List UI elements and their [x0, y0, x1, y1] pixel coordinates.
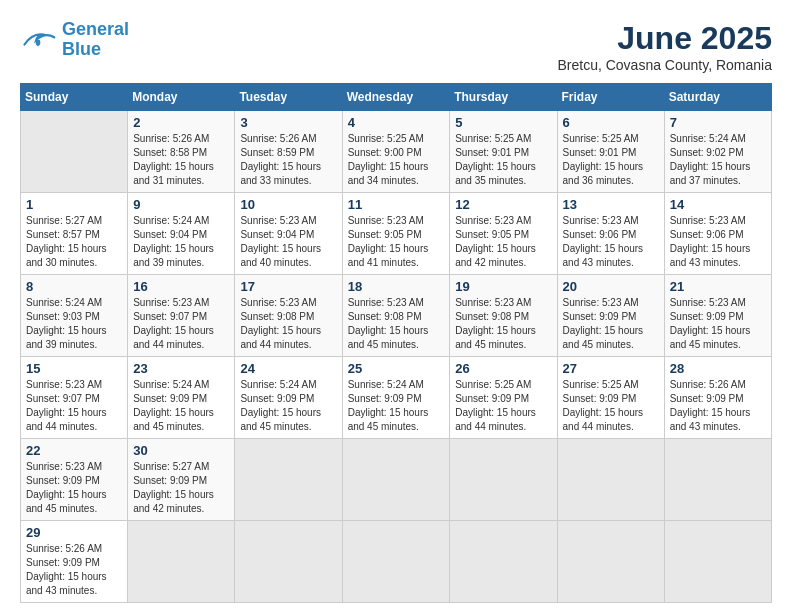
- day-number: 24: [240, 361, 336, 376]
- day-info: Sunrise: 5:27 AMSunset: 8:57 PMDaylight:…: [26, 215, 107, 268]
- table-row: [557, 439, 664, 521]
- header-saturday: Saturday: [664, 84, 771, 111]
- table-row: 23 Sunrise: 5:24 AMSunset: 9:09 PMDaylig…: [128, 357, 235, 439]
- day-info: Sunrise: 5:23 AMSunset: 9:04 PMDaylight:…: [240, 215, 321, 268]
- day-info: Sunrise: 5:23 AMSunset: 9:05 PMDaylight:…: [455, 215, 536, 268]
- day-number: 22: [26, 443, 122, 458]
- header-friday: Friday: [557, 84, 664, 111]
- day-number: 13: [563, 197, 659, 212]
- header-wednesday: Wednesday: [342, 84, 450, 111]
- day-number: 21: [670, 279, 766, 294]
- day-info: Sunrise: 5:23 AMSunset: 9:09 PMDaylight:…: [26, 461, 107, 514]
- calendar-row: 22 Sunrise: 5:23 AMSunset: 9:09 PMDaylig…: [21, 439, 772, 521]
- table-row: 25 Sunrise: 5:24 AMSunset: 9:09 PMDaylig…: [342, 357, 450, 439]
- logo-bird-icon: [20, 26, 56, 54]
- table-row: [342, 521, 450, 603]
- day-number: 5: [455, 115, 551, 130]
- header-sunday: Sunday: [21, 84, 128, 111]
- calendar-table: Sunday Monday Tuesday Wednesday Thursday…: [20, 83, 772, 603]
- logo-line1: General: [62, 19, 129, 39]
- table-row: 8 Sunrise: 5:24 AMSunset: 9:03 PMDayligh…: [21, 275, 128, 357]
- table-row: 12 Sunrise: 5:23 AMSunset: 9:05 PMDaylig…: [450, 193, 557, 275]
- day-number: 16: [133, 279, 229, 294]
- day-number: 23: [133, 361, 229, 376]
- table-row: [342, 439, 450, 521]
- table-row: 5 Sunrise: 5:25 AMSunset: 9:01 PMDayligh…: [450, 111, 557, 193]
- table-row: 22 Sunrise: 5:23 AMSunset: 9:09 PMDaylig…: [21, 439, 128, 521]
- table-row: [450, 439, 557, 521]
- day-number: 25: [348, 361, 445, 376]
- day-info: Sunrise: 5:23 AMSunset: 9:06 PMDaylight:…: [670, 215, 751, 268]
- day-number: 19: [455, 279, 551, 294]
- day-number: 30: [133, 443, 229, 458]
- day-info: Sunrise: 5:26 AMSunset: 9:09 PMDaylight:…: [26, 543, 107, 596]
- table-row: [128, 521, 235, 603]
- day-number: 11: [348, 197, 445, 212]
- table-row: [664, 521, 771, 603]
- table-row: [450, 521, 557, 603]
- title-section: June 2025 Bretcu, Covasna County, Romani…: [557, 20, 772, 73]
- table-row: 21 Sunrise: 5:23 AMSunset: 9:09 PMDaylig…: [664, 275, 771, 357]
- day-number: 9: [133, 197, 229, 212]
- logo-text: General Blue: [62, 20, 129, 60]
- table-row: 4 Sunrise: 5:25 AMSunset: 9:00 PMDayligh…: [342, 111, 450, 193]
- table-row: 13 Sunrise: 5:23 AMSunset: 9:06 PMDaylig…: [557, 193, 664, 275]
- day-number: 4: [348, 115, 445, 130]
- calendar-row: 29 Sunrise: 5:26 AMSunset: 9:09 PMDaylig…: [21, 521, 772, 603]
- table-row: 24 Sunrise: 5:24 AMSunset: 9:09 PMDaylig…: [235, 357, 342, 439]
- table-row: [664, 439, 771, 521]
- day-number: 3: [240, 115, 336, 130]
- table-row: 7 Sunrise: 5:24 AMSunset: 9:02 PMDayligh…: [664, 111, 771, 193]
- day-number: 8: [26, 279, 122, 294]
- day-info: Sunrise: 5:26 AMSunset: 8:59 PMDaylight:…: [240, 133, 321, 186]
- table-row: 19 Sunrise: 5:23 AMSunset: 9:08 PMDaylig…: [450, 275, 557, 357]
- day-info: Sunrise: 5:24 AMSunset: 9:09 PMDaylight:…: [348, 379, 429, 432]
- day-info: Sunrise: 5:23 AMSunset: 9:08 PMDaylight:…: [348, 297, 429, 350]
- calendar-row: 1 Sunrise: 5:27 AMSunset: 8:57 PMDayligh…: [21, 193, 772, 275]
- logo: General Blue: [20, 20, 129, 60]
- day-info: Sunrise: 5:27 AMSunset: 9:09 PMDaylight:…: [133, 461, 214, 514]
- day-number: 6: [563, 115, 659, 130]
- table-row: 2 Sunrise: 5:26 AMSunset: 8:58 PMDayligh…: [128, 111, 235, 193]
- header-tuesday: Tuesday: [235, 84, 342, 111]
- table-row: 27 Sunrise: 5:25 AMSunset: 9:09 PMDaylig…: [557, 357, 664, 439]
- day-info: Sunrise: 5:25 AMSunset: 9:01 PMDaylight:…: [455, 133, 536, 186]
- table-row: [557, 521, 664, 603]
- calendar-row: 15 Sunrise: 5:23 AMSunset: 9:07 PMDaylig…: [21, 357, 772, 439]
- day-info: Sunrise: 5:24 AMSunset: 9:09 PMDaylight:…: [240, 379, 321, 432]
- day-info: Sunrise: 5:24 AMSunset: 9:02 PMDaylight:…: [670, 133, 751, 186]
- day-number: 27: [563, 361, 659, 376]
- calendar-header-row: Sunday Monday Tuesday Wednesday Thursday…: [21, 84, 772, 111]
- calendar-row: 8 Sunrise: 5:24 AMSunset: 9:03 PMDayligh…: [21, 275, 772, 357]
- header-monday: Monday: [128, 84, 235, 111]
- day-info: Sunrise: 5:25 AMSunset: 9:09 PMDaylight:…: [563, 379, 644, 432]
- table-row: [235, 521, 342, 603]
- day-info: Sunrise: 5:25 AMSunset: 9:00 PMDaylight:…: [348, 133, 429, 186]
- day-info: Sunrise: 5:23 AMSunset: 9:08 PMDaylight:…: [455, 297, 536, 350]
- day-info: Sunrise: 5:23 AMSunset: 9:07 PMDaylight:…: [26, 379, 107, 432]
- table-row: [235, 439, 342, 521]
- day-number: 17: [240, 279, 336, 294]
- day-info: Sunrise: 5:23 AMSunset: 9:08 PMDaylight:…: [240, 297, 321, 350]
- day-info: Sunrise: 5:24 AMSunset: 9:04 PMDaylight:…: [133, 215, 214, 268]
- day-info: Sunrise: 5:23 AMSunset: 9:06 PMDaylight:…: [563, 215, 644, 268]
- day-info: Sunrise: 5:24 AMSunset: 9:03 PMDaylight:…: [26, 297, 107, 350]
- day-info: Sunrise: 5:25 AMSunset: 9:09 PMDaylight:…: [455, 379, 536, 432]
- table-row: 26 Sunrise: 5:25 AMSunset: 9:09 PMDaylig…: [450, 357, 557, 439]
- day-number: 1: [26, 197, 122, 212]
- location-title: Bretcu, Covasna County, Romania: [557, 57, 772, 73]
- table-row: 28 Sunrise: 5:26 AMSunset: 9:09 PMDaylig…: [664, 357, 771, 439]
- table-row: 3 Sunrise: 5:26 AMSunset: 8:59 PMDayligh…: [235, 111, 342, 193]
- day-number: 15: [26, 361, 122, 376]
- table-row: 1 Sunrise: 5:27 AMSunset: 8:57 PMDayligh…: [21, 193, 128, 275]
- day-number: 7: [670, 115, 766, 130]
- calendar-row: 2 Sunrise: 5:26 AMSunset: 8:58 PMDayligh…: [21, 111, 772, 193]
- table-row: 16 Sunrise: 5:23 AMSunset: 9:07 PMDaylig…: [128, 275, 235, 357]
- day-number: 26: [455, 361, 551, 376]
- table-row: 9 Sunrise: 5:24 AMSunset: 9:04 PMDayligh…: [128, 193, 235, 275]
- month-title: June 2025: [557, 20, 772, 57]
- page-header: General Blue June 2025 Bretcu, Covasna C…: [20, 20, 772, 73]
- header-thursday: Thursday: [450, 84, 557, 111]
- day-info: Sunrise: 5:23 AMSunset: 9:07 PMDaylight:…: [133, 297, 214, 350]
- day-info: Sunrise: 5:25 AMSunset: 9:01 PMDaylight:…: [563, 133, 644, 186]
